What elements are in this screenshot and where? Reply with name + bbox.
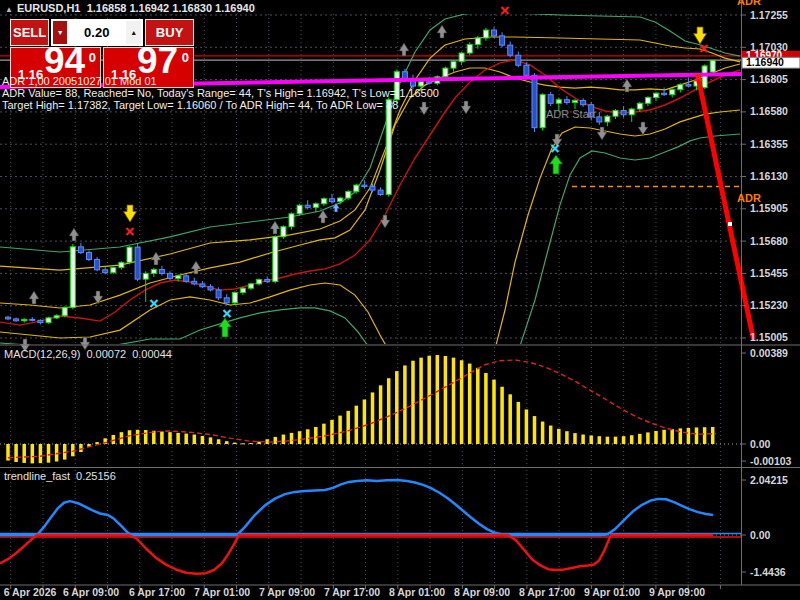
- macd-histogram-bar: [274, 437, 278, 444]
- bull-candle: [127, 247, 132, 262]
- bull-candle: [605, 116, 610, 122]
- sell-price-pipette: 0: [89, 50, 96, 65]
- trendline-panel: [0, 480, 741, 574]
- bull-candle: [654, 93, 659, 97]
- adr-comment-line-2: ADR Value= 88, Reached= No, Today's Rang…: [2, 87, 439, 99]
- arrow-up-marker: [270, 221, 280, 234]
- bull-candle: [710, 60, 715, 72]
- bull-candle: [645, 98, 650, 104]
- trendline-name: trendline_fast: [4, 470, 70, 482]
- bear-candle: [686, 85, 691, 86]
- macd-histogram-bar: [492, 380, 496, 444]
- bull-candle: [321, 199, 326, 204]
- red-trendline[interactable]: [698, 77, 753, 337]
- bear-candle: [78, 247, 83, 253]
- bear-candle: [168, 273, 173, 278]
- time-axis-label: 6 Apr 17:00: [129, 586, 185, 598]
- arrow-up-marker: [29, 291, 39, 304]
- bull-candle: [143, 273, 148, 279]
- bull-candle: [386, 100, 391, 195]
- macd-histogram-bar: [241, 443, 245, 444]
- macd-histogram-bar: [338, 416, 342, 444]
- bull-candle: [111, 268, 116, 273]
- bear-candle: [87, 253, 92, 260]
- trendline-tick-label: 0.00: [750, 529, 771, 541]
- bear-candle: [208, 287, 213, 290]
- macd-histogram-bar: [630, 435, 634, 444]
- macd-panel: [6, 355, 716, 463]
- bull-candle: [281, 227, 286, 237]
- arrow-up-marker: [151, 252, 161, 265]
- arrow-down-marker: [597, 127, 607, 140]
- trendline-value: 0.25156: [76, 470, 116, 482]
- bull-candle: [629, 109, 634, 115]
- bear-candle: [216, 290, 221, 298]
- macd-histogram-bar: [573, 433, 577, 444]
- macd-histogram-bar: [533, 416, 537, 444]
- adr-low-tag: ADR: [737, 192, 761, 204]
- arrow-down-marker: [419, 102, 429, 115]
- bull-candle: [70, 247, 75, 308]
- time-axis-label: 7 Apr 17:00: [324, 586, 380, 598]
- bear-candle: [30, 319, 35, 320]
- arrow-down-marker: [380, 215, 390, 228]
- price-tick-label: 1.15905: [750, 202, 788, 214]
- macd-value-signal: 0.00044: [132, 348, 172, 360]
- macd-histogram-bar: [201, 436, 205, 444]
- macd-name: MACD(12,26,9): [4, 348, 80, 360]
- macd-histogram-bar: [136, 430, 140, 444]
- bull-candle: [46, 318, 51, 323]
- bull-candle: [483, 30, 488, 38]
- macd-histogram-bar: [508, 394, 512, 444]
- trendline-handle[interactable]: [728, 222, 732, 226]
- macd-histogram-bar: [427, 356, 431, 444]
- trendline-tick-label: -1.4436: [750, 566, 786, 578]
- macd-histogram-bar: [55, 444, 59, 462]
- macd-histogram-bar: [598, 436, 602, 444]
- macd-histogram-bar: [14, 444, 18, 462]
- bull-candle: [313, 204, 318, 208]
- bull-candle: [443, 68, 448, 77]
- cyan-x-marker: [552, 145, 559, 152]
- bull-candle: [119, 262, 124, 267]
- macd-histogram-bar: [346, 411, 350, 444]
- bull-candle: [670, 90, 675, 95]
- bull-candle: [459, 53, 464, 62]
- mt4-chart-window: 1.172551.170301.168051.165801.163551.161…: [0, 0, 800, 600]
- bear-candle: [621, 110, 626, 114]
- macd-histogram-bar: [176, 433, 180, 444]
- macd-histogram-bar: [654, 431, 658, 444]
- bb-yellow-lower: [0, 110, 740, 349]
- bull-candle: [54, 316, 59, 318]
- bear-candle: [427, 82, 432, 83]
- macd-histogram-bar: [225, 441, 229, 444]
- macd-histogram-bar: [47, 444, 51, 463]
- price-tick-label: 1.16130: [750, 170, 788, 182]
- macd-histogram-bar: [193, 435, 197, 444]
- bear-candle: [224, 298, 229, 303]
- macd-histogram-bar: [144, 430, 148, 444]
- bear-candle: [14, 319, 19, 321]
- macd-histogram-bar: [419, 358, 423, 444]
- bear-candle: [516, 55, 521, 65]
- macd-histogram-bar: [679, 428, 683, 444]
- bull-candle: [451, 62, 456, 68]
- bear-candle: [548, 95, 553, 104]
- arrow-up-marker: [69, 228, 79, 241]
- time-axis-label: 8 Apr 17:00: [519, 586, 575, 598]
- bear-candle: [200, 284, 205, 287]
- time-axis-label: 6 Apr 2026: [4, 586, 57, 598]
- trendline-tick-label: 2.04215: [750, 474, 788, 486]
- yellow-arrow-down-marker: [124, 205, 137, 222]
- macd-histogram-bar: [298, 431, 302, 444]
- macd-histogram-bar: [363, 400, 367, 444]
- macd-histogram-bar: [662, 430, 666, 444]
- time-axis: 6 Apr 20266 Apr 09:006 Apr 17:007 Apr 01…: [4, 585, 721, 598]
- macd-histogram-bar: [128, 430, 132, 444]
- macd-histogram-bar: [379, 385, 383, 444]
- macd-histogram-bar: [484, 373, 488, 444]
- adr-comment-line-3: Target High= 1.17382, Target Low= 1.1606…: [2, 99, 398, 111]
- macd-histogram-bar: [387, 378, 391, 444]
- macd-histogram-bar: [31, 444, 35, 463]
- macd-histogram-bar: [403, 365, 407, 444]
